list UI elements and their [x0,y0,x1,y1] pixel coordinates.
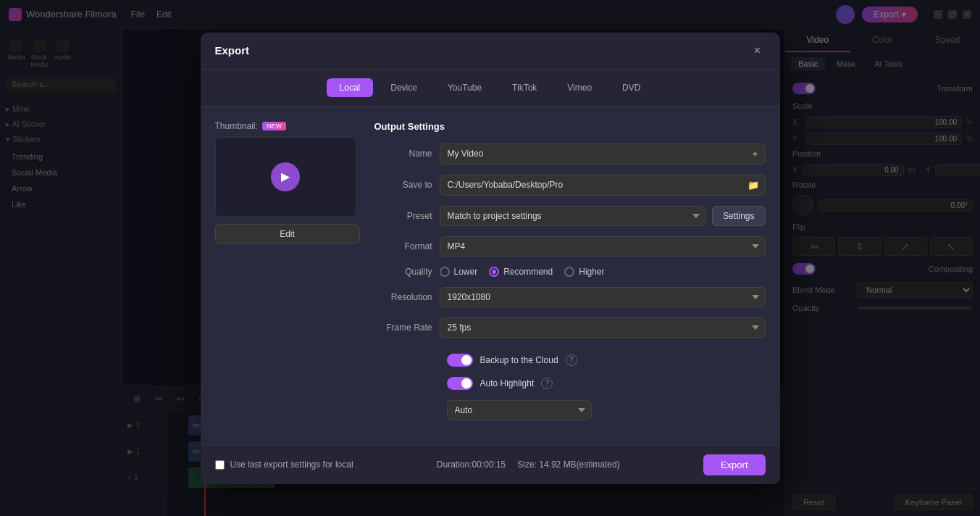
quality-higher-radio[interactable] [564,267,574,277]
quality-recommend-radio[interactable] [489,267,499,277]
dialog-tab-local[interactable]: Local [327,78,374,97]
output-settings: Output Settings Name ✦ Save to [374,121,766,430]
resolution-select[interactable]: 1920x1080 [440,287,766,307]
app-shell: Wondershare Filmora File Edit Export ▾ ─… [0,0,980,516]
highlight-toggle[interactable] [447,377,473,390]
preset-row: Preset Match to project settings Setting… [374,206,766,226]
export-dialog: Export × Local Device YouTube TikTok Vim… [201,33,780,484]
frame-rate-row: Frame Rate 25 fps [374,317,766,338]
quality-row: Quality Lower Recommend [374,267,766,277]
format-row: Format MP4 [374,236,766,257]
format-label: Format [374,241,432,251]
dialog-header: Export × [201,33,780,70]
settings-button[interactable]: Settings [712,206,765,226]
resolution-row: Resolution 1920x1080 [374,287,766,307]
save-to-row: Save to 📁 [374,175,766,196]
quality-recommend[interactable]: Recommend [489,267,553,277]
auto-select-row: Auto [374,400,766,420]
format-select[interactable]: MP4 [440,236,766,257]
backup-row: Backup to the Cloud ? [374,354,766,367]
resolution-label: Resolution [374,292,432,302]
dialog-overlay: Export × Local Device YouTube TikTok Vim… [0,0,980,516]
output-title: Output Settings [374,121,766,132]
folder-icon[interactable]: 📁 [742,175,765,195]
name-label: Name [374,149,432,159]
name-row: Name ✦ [374,143,766,165]
preset-controls: Match to project settings Settings [440,206,766,226]
preset-select[interactable]: Match to project settings [440,206,707,226]
dialog-tab-tiktok[interactable]: TikTok [499,78,550,97]
auto-select[interactable]: Auto [447,400,592,420]
export-main-button[interactable]: Export [703,454,766,475]
quality-higher[interactable]: Higher [564,267,604,277]
thumbnail-new-badge: NEW [262,122,286,130]
preset-label: Preset [374,211,432,221]
duration-info: Duration:00:00:15 [437,459,506,470]
dialog-footer: Use last export settings for local Durat… [201,445,780,484]
ai-name-icon[interactable]: ✦ [745,144,765,164]
thumbnail-play-icon: ▶ [271,162,300,191]
quality-lower-radio[interactable] [440,267,450,277]
last-export-checkbox-label[interactable]: Use last export settings for local [215,459,353,470]
backup-toggle-group: Backup to the Cloud ? [447,354,766,367]
name-input-wrapper: ✦ [440,143,766,165]
frame-rate-select[interactable]: 25 fps [440,317,766,338]
dialog-tab-vimeo[interactable]: Vimeo [554,78,605,97]
dialog-tabs: Local Device YouTube TikTok Vimeo DVD [201,70,780,107]
highlight-help-icon[interactable]: ? [541,378,553,389]
save-to-input[interactable] [440,175,742,194]
name-input[interactable] [440,144,745,163]
highlight-toggle-group: Auto Highlight ? [447,377,766,390]
frame-rate-label: Frame Rate [374,322,432,333]
highlight-label: Auto Highlight [480,378,535,388]
footer-info: Duration:00:00:15 Size: 14.92 MB(estimat… [437,459,620,470]
dialog-close-button[interactable]: × [750,43,766,59]
thumbnail-section: Thumbnail: NEW ▶ Edit [215,121,360,430]
dialog-tab-dvd[interactable]: DVD [609,78,653,97]
dialog-tab-youtube[interactable]: YouTube [435,78,495,97]
backup-toggle[interactable] [447,354,473,367]
save-to-input-wrapper: 📁 [440,175,766,196]
size-info: Size: 14.92 MB(estimated) [517,459,619,470]
quality-label: Quality [374,267,432,277]
quality-lower[interactable]: Lower [440,267,478,277]
dialog-body: Thumbnail: NEW ▶ Edit Output Settings [201,107,780,445]
quality-radio-group: Lower Recommend Higher [440,267,605,277]
thumbnail-edit-button[interactable]: Edit [215,224,360,244]
dialog-tab-device[interactable]: Device [377,78,430,97]
backup-label: Backup to the Cloud [480,355,558,365]
thumbnail-label: Thumbnail: NEW [215,121,360,131]
thumbnail-box[interactable]: ▶ [215,137,356,217]
last-export-checkbox[interactable] [215,460,225,470]
backup-help-icon[interactable]: ? [566,354,577,366]
highlight-row: Auto Highlight ? [374,377,766,390]
dialog-title: Export [215,44,250,57]
save-to-label: Save to [374,180,432,190]
